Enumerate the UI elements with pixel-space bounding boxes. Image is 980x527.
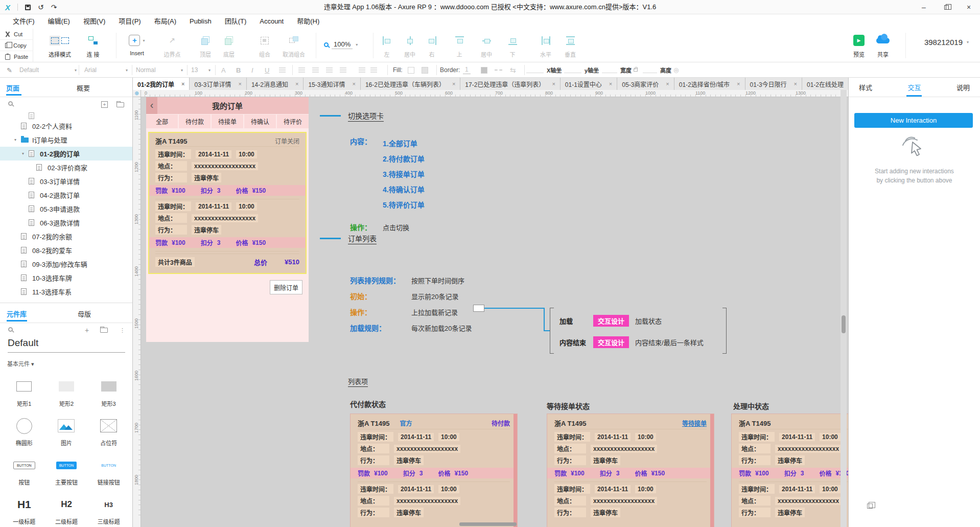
page-tree-item[interactable]: 11-3选择车系 [0, 285, 132, 299]
library-menu-icon[interactable]: ⋮ [120, 327, 125, 334]
vertical-align-top-icon[interactable] [359, 67, 365, 73]
document-tab[interactable]: 01-1设置中心 × [561, 78, 617, 90]
tab-notes[interactable]: 说明 [956, 82, 970, 92]
widget-item[interactable]: 矩形1 [3, 371, 45, 407]
border-weight-input[interactable]: 1 [463, 66, 471, 74]
library-section-label[interactable]: 基本元件 ▾ [7, 359, 34, 368]
tab-close-icon[interactable]: × [452, 81, 455, 87]
menu-item[interactable]: 项目(P) [112, 14, 147, 29]
add-page-icon[interactable]: + [101, 101, 108, 108]
menu-item[interactable]: 帮助(H) [290, 14, 326, 29]
page-tree-item[interactable]: 08-2我的爱车 [0, 243, 132, 257]
order-filter-tab[interactable]: 全部 [146, 114, 178, 128]
close-button[interactable]: × [958, 0, 980, 14]
order-filter-tab[interactable]: 待接单 [212, 114, 243, 128]
widget-item[interactable]: 图片 [45, 410, 88, 447]
tab-close-icon[interactable]: × [737, 81, 740, 87]
library-add-icon[interactable]: + [85, 326, 89, 334]
menu-item[interactable]: Publish [183, 14, 218, 29]
style-preset-select[interactable]: Default▾ [19, 62, 77, 78]
delete-order-button[interactable]: 删除订单 [270, 280, 302, 294]
widget-item[interactable]: BUTTON 按钮 [3, 450, 45, 486]
document-tab[interactable]: 01-2我的订单 × [133, 78, 190, 90]
border-color-swatch[interactable] [481, 67, 487, 74]
page-tree-item[interactable]: 03-3订单详情 [0, 174, 132, 188]
document-tab[interactable]: 15-3通知详情 × [304, 78, 360, 90]
scrollbar-thumb[interactable] [842, 315, 846, 333]
tab-close-icon[interactable]: × [666, 81, 669, 87]
page-tree-item[interactable]: 06-3退款详情 [0, 216, 132, 230]
document-tab[interactable]: 05-3商家评价 × [617, 78, 674, 90]
height-input[interactable] [643, 67, 657, 73]
copy-button[interactable]: Copy [0, 40, 33, 51]
text-align-justify-icon[interactable] [340, 67, 346, 73]
add-folder-icon[interactable] [116, 102, 124, 107]
tab-interactions[interactable]: 交互 [907, 82, 921, 92]
menu-item[interactable]: Account [253, 14, 290, 29]
document-tab[interactable]: 01-2选择省份/城市 × [674, 78, 745, 90]
status-card-processing[interactable]: 浙A T1495 违章时间：2014-11-1110:00 地点：xxxxxxx… [731, 414, 848, 527]
width-input[interactable] [602, 67, 617, 73]
tab-style[interactable]: 样式 [859, 82, 872, 92]
text-align-right-icon[interactable] [326, 67, 333, 73]
menu-item[interactable]: 编辑(E) [41, 14, 77, 29]
widget-item[interactable]: H2 二级标题 [45, 489, 88, 525]
tab-outline[interactable]: 概要 [77, 83, 90, 93]
page-tree-item[interactable]: ▾ I订单与处理 [0, 133, 132, 147]
tab-close-icon[interactable]: × [295, 81, 298, 87]
tab-close-icon[interactable]: × [181, 81, 184, 87]
zoom-control[interactable]: 100% ▾ [324, 40, 358, 49]
font-size-select[interactable]: 13▾ [191, 62, 211, 78]
phone-mockup[interactable]: ‹ 我的订单 全部待付款待接单待确认待评价 浙A T1495 订单关闭 违章时间… [146, 97, 309, 342]
menu-item[interactable]: 团队(T) [218, 14, 253, 29]
connect-button[interactable]: 连 接 [81, 32, 105, 58]
widget-item[interactable]: BUTTON 主要按钮 [45, 450, 88, 486]
page-tree-item[interactable]: ▾ 01-2我的订单 [0, 147, 132, 161]
design-canvas[interactable]: ⊕ 01002003004005006007008009001000110012… [133, 90, 848, 527]
document-tab[interactable]: 17-2已处理违章（违章列表） × [460, 78, 560, 90]
page-tree-item[interactable]: 02-2个人资料 [0, 119, 132, 133]
order-filter-tab[interactable]: 待确认 [244, 114, 276, 128]
order-filter-tab[interactable]: 待付款 [179, 114, 211, 128]
fill-color-swatch[interactable] [408, 67, 414, 74]
y-coordinate-input[interactable] [564, 67, 581, 73]
page-tree-item[interactable] [0, 112, 132, 119]
page-tree-item[interactable]: 09-3添加/修改车辆 [0, 257, 132, 271]
tab-close-icon[interactable]: × [239, 81, 242, 87]
lock-ratio-icon[interactable] [634, 68, 638, 72]
tab-close-icon[interactable]: × [609, 81, 612, 87]
account-menu[interactable]: 398212019 ▾ [924, 38, 969, 47]
select-mode-button[interactable]: 选择模式 [40, 32, 80, 58]
preview-button[interactable]: ▶ 预览 [849, 32, 869, 58]
document-tab[interactable]: 03-3订单详情 × [190, 78, 246, 90]
new-interaction-button[interactable]: New Interaction [854, 113, 973, 128]
text-align-center-icon[interactable] [312, 67, 319, 73]
page-tree-item[interactable]: 10-3选择车牌 [0, 271, 132, 285]
widget-item[interactable]: 椭圆形 [3, 410, 45, 447]
paste-button[interactable]: Paste [0, 51, 33, 62]
canvas-horizontal-scrollbar[interactable] [459, 522, 517, 526]
tab-widget-library[interactable]: 元件库 [7, 309, 27, 318]
status-card-pending-payment[interactable]: 浙A T1495 官方 待付款 违章时间：2014-11-1110:00 地点：… [350, 414, 518, 527]
x-coordinate-input[interactable] [526, 67, 544, 73]
status-card-awaiting-accept[interactable]: 浙A T1495 等待接单 违章时间：2014-11-1110:00 地点：xx… [547, 414, 714, 527]
tab-close-icon[interactable]: × [552, 81, 555, 87]
swap-arrows-icon[interactable]: ⇆ [510, 62, 516, 78]
library-search-icon[interactable] [8, 327, 13, 332]
page-tree-item[interactable]: 07-2我的余额 [0, 230, 132, 243]
fill-opacity-swatch[interactable] [422, 67, 428, 74]
widget-item[interactable]: H1 一级标题 [3, 489, 45, 525]
restore-button[interactable] [935, 0, 958, 14]
search-icon[interactable] [8, 101, 13, 106]
page-tree-item[interactable]: 04-2退款订单 [0, 188, 132, 202]
tab-close-icon[interactable]: × [794, 81, 797, 87]
italic-button[interactable]: I [251, 66, 253, 74]
share-button[interactable]: 共享 [872, 32, 894, 58]
font-color-button[interactable]: A [221, 66, 226, 74]
menu-item[interactable]: 视图(V) [77, 14, 112, 29]
bold-button[interactable]: B [236, 66, 241, 74]
border-style-icon[interactable] [495, 70, 502, 71]
menu-item[interactable]: 布局(A) [148, 14, 183, 29]
insert-button[interactable]: +▾ Insert [122, 32, 152, 56]
widget-item[interactable]: H3 三级标题 [87, 489, 130, 525]
